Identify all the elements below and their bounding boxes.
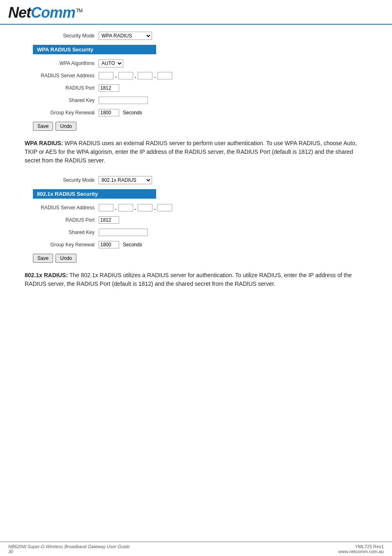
footer-guide-title: NB620W Super-G Wireless Broadband Gatewa…: [8, 544, 130, 549]
radius-port-row: RADIUS Port: [33, 83, 367, 93]
wpa-radius-desc-text: WPA RADIUS uses an external RADIUS serve…: [25, 140, 357, 164]
ip-dot-2: .: [135, 73, 136, 79]
8021x-radius-port-control: [99, 216, 119, 224]
shared-key-row: Shared Key: [33, 95, 367, 105]
security-mode-label: Security Mode: [33, 33, 99, 39]
wpa-radius-description: WPA RADIUS: WPA RADIUS uses an external …: [25, 139, 367, 165]
logo: NetCommTM: [8, 4, 82, 21]
ip-dot-1: .: [115, 73, 117, 79]
footer-left: NB620W Super-G Wireless Broadband Gatewa…: [8, 544, 130, 554]
radius-ip-4[interactable]: [157, 72, 172, 79]
group-key-label: Group Key Renewal: [33, 110, 99, 116]
8021x-radius-server-label: RADIUS Server Address: [33, 205, 99, 211]
8021x-shared-key-row: Shared Key: [33, 227, 367, 237]
wpa-algorithms-select[interactable]: AUTO TKIP AES: [99, 59, 123, 67]
security-mode-row: Security Mode WPA RADIUS WPA2 RADIUS 802…: [33, 31, 367, 41]
radius-port-control: [99, 84, 119, 92]
8021x-radius-ip-1[interactable]: [99, 204, 113, 211]
8021x-ip-dot-1: .: [115, 205, 117, 211]
group-key-control: Seconds: [99, 109, 142, 116]
8021x-radius-ip-4[interactable]: [157, 204, 172, 211]
wpa-radius-bold: WPA RADIUS:: [25, 140, 63, 146]
8021x-radius-port-label: RADIUS Port: [33, 217, 99, 223]
8021x-save-button[interactable]: Save: [33, 254, 53, 263]
radius-server-row: RADIUS Server Address . . .: [33, 71, 367, 81]
wpa-radius-undo-button[interactable]: Undo: [55, 122, 76, 131]
logo-tm-text: TM: [76, 8, 82, 14]
8021x-shared-key-control: [99, 229, 148, 236]
seconds-label: Seconds: [123, 110, 142, 116]
8021x-radius-btn-row: Save Undo: [33, 254, 367, 263]
main-content: Security Mode WPA RADIUS WPA2 RADIUS 802…: [0, 25, 392, 307]
8021x-section-header: 802.1x RADIUS Security: [33, 189, 156, 199]
header: NetCommTM: [0, 0, 392, 25]
8021x-group-key-input[interactable]: [99, 241, 119, 248]
8021x-group-key-label: Group Key Renewal: [33, 242, 99, 248]
radius-ip-1[interactable]: [99, 72, 113, 79]
8021x-radius-port-row: RADIUS Port: [33, 215, 367, 225]
8021x-seconds-label: Seconds: [123, 242, 142, 248]
wpa-radius-config-section: Security Mode WPA RADIUS WPA2 RADIUS 802…: [25, 31, 367, 131]
8021x-desc-text: The 802.1x RADIUS utilizes a RADIUS serv…: [25, 272, 352, 287]
security-mode-control: WPA RADIUS WPA2 RADIUS 802.1x RADIUS: [99, 32, 152, 40]
logo-comm-text: Comm: [31, 4, 75, 21]
footer-page-number: 30: [8, 549, 130, 554]
8021x-radius-ip-3[interactable]: [138, 204, 152, 211]
radius-server-label: RADIUS Server Address: [33, 73, 99, 79]
wpa-radius-section-header: WPA RADIUS Security: [33, 45, 156, 54]
wpa-radius-form: Security Mode WPA RADIUS WPA2 RADIUS 802…: [33, 31, 367, 131]
8021x-bold: 802.1x RADIUS:: [25, 272, 68, 278]
8021x-security-mode-row: Security Mode WPA RADIUS WPA2 RADIUS 802…: [33, 175, 367, 185]
wpa-radius-btn-row: Save Undo: [33, 122, 367, 131]
wpa-algorithms-control: AUTO TKIP AES: [99, 59, 123, 67]
footer-revision: YML725 Rev1: [338, 544, 384, 549]
8021x-undo-button[interactable]: Undo: [55, 254, 76, 263]
group-key-input[interactable]: [99, 109, 119, 116]
group-key-row: Group Key Renewal Seconds: [33, 108, 367, 118]
wpa-radius-save-button[interactable]: Save: [33, 122, 53, 131]
radius-port-label: RADIUS Port: [33, 85, 99, 91]
ip-dot-3: .: [154, 73, 156, 79]
wpa-algorithms-row: WPA Algorithms AUTO TKIP AES: [33, 58, 367, 68]
8021x-radius-form: Security Mode WPA RADIUS WPA2 RADIUS 802…: [33, 175, 367, 263]
logo-net-text: Net: [8, 4, 31, 21]
footer-website: www.netcomm.com.au: [338, 549, 384, 554]
8021x-radius-description: 802.1x RADIUS: The 802.1x RADIUS utilize…: [25, 271, 367, 288]
8021x-radius-server-row: RADIUS Server Address . . .: [33, 203, 367, 213]
security-mode-select[interactable]: WPA RADIUS WPA2 RADIUS 802.1x RADIUS: [99, 32, 152, 40]
8021x-group-key-control: Seconds: [99, 241, 142, 248]
8021x-security-mode-label: Security Mode: [33, 177, 99, 183]
shared-key-label: Shared Key: [33, 97, 99, 103]
8021x-radius-port-input[interactable]: [99, 216, 119, 224]
radius-port-input[interactable]: [99, 84, 119, 92]
radius-ip-3[interactable]: [138, 72, 152, 79]
footer: NB620W Super-G Wireless Broadband Gatewa…: [0, 542, 392, 556]
8021x-radius-server-control: . . .: [99, 204, 172, 211]
8021x-shared-key-input[interactable]: [99, 229, 148, 236]
8021x-security-mode-select[interactable]: WPA RADIUS WPA2 RADIUS 802.1x RADIUS: [99, 176, 152, 184]
shared-key-input[interactable]: [99, 97, 148, 104]
8021x-ip-dot-2: .: [135, 205, 136, 211]
shared-key-control: [99, 97, 148, 104]
8021x-ip-dot-3: .: [154, 205, 156, 211]
8021x-shared-key-label: Shared Key: [33, 229, 99, 235]
8021x-radius-ip-2[interactable]: [118, 204, 133, 211]
radius-server-control: . . .: [99, 72, 172, 79]
radius-ip-2[interactable]: [118, 72, 133, 79]
8021x-group-key-row: Group Key Renewal Seconds: [33, 240, 367, 250]
footer-right: YML725 Rev1 www.netcomm.com.au: [338, 544, 384, 554]
wpa-algorithms-label: WPA Algorithms: [33, 60, 99, 66]
8021x-radius-config-section: Security Mode WPA RADIUS WPA2 RADIUS 802…: [25, 175, 367, 263]
8021x-security-mode-control: WPA RADIUS WPA2 RADIUS 802.1x RADIUS: [99, 176, 152, 184]
